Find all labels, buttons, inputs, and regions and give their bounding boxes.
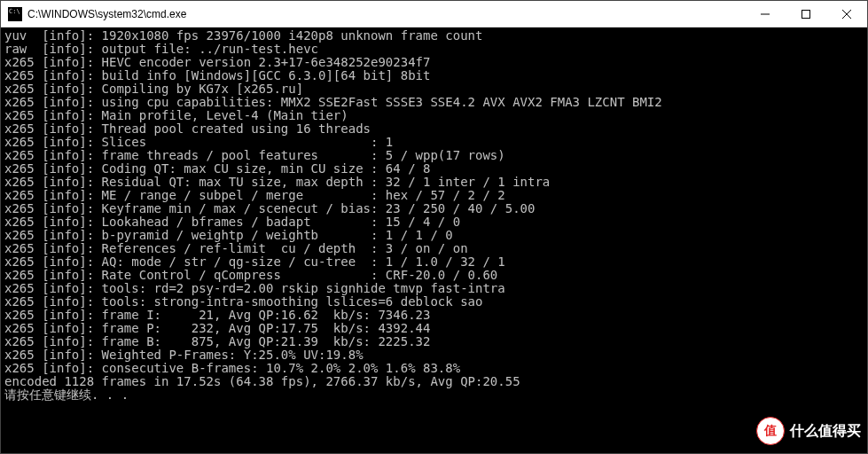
- console-line: x265 [info]: consecutive B-frames: 10.7%…: [4, 362, 864, 375]
- watermark-badge: 值: [756, 417, 785, 445]
- console-line: raw [info]: output file: ../run-test.hev…: [4, 43, 864, 56]
- console-line: yuv [info]: 1920x1080 fps 23976/1000 i42…: [4, 29, 864, 43]
- maximize-icon: [802, 10, 810, 19]
- console-line: x265 [info]: References / ref-limit cu /…: [4, 242, 864, 255]
- console-line: x265 [info]: Lookahead / bframes / badap…: [4, 215, 864, 229]
- console-line: x265 [info]: build info [Windows][GCC 6.…: [4, 69, 864, 82]
- cmd-icon: [8, 7, 22, 21]
- console-line: x265 [info]: frame threads / pool featur…: [4, 149, 864, 162]
- close-icon: [842, 10, 851, 19]
- console-line: x265 [info]: Main profile, Level-4 (Main…: [4, 109, 864, 122]
- svg-rect-0: [802, 10, 810, 18]
- console-line: encoded 1128 frames in 17.52s (64.38 fps…: [4, 375, 864, 388]
- close-button[interactable]: [826, 1, 867, 27]
- console-line: x265 [info]: tools: rd=2 psy-rd=2.00 rsk…: [4, 282, 864, 295]
- console-line: x265 [info]: Coding QT: max CU size, min…: [4, 162, 864, 176]
- console-line: x265 [info]: Thread pool created using 1…: [4, 122, 864, 136]
- console-line: x265 [info]: frame I: 21, Avg QP:16.62 k…: [4, 309, 864, 322]
- titlebar[interactable]: C:\WINDOWS\system32\cmd.exe: [1, 1, 867, 27]
- watermark-text: 什么值得买: [790, 422, 861, 441]
- console-line: x265 [info]: frame P: 232, Avg QP:17.75 …: [4, 322, 864, 335]
- console-line: x265 [info]: HEVC encoder version 2.3+17…: [4, 56, 864, 69]
- minimize-button[interactable]: [745, 1, 786, 27]
- console-line: x265 [info]: ME / range / subpel / merge…: [4, 189, 864, 202]
- console-line: x265 [info]: Compiling by KG7x [x265.ru]: [4, 82, 864, 96]
- console-line: x265 [info]: tools: strong-intra-smoothi…: [4, 295, 864, 309]
- console-line: x265 [info]: Rate Control / qCompress : …: [4, 269, 864, 282]
- console-line: x265 [info]: Weighted P-Frames: Y:25.0% …: [4, 348, 864, 362]
- console-line: x265 [info]: b-pyramid / weightp / weigh…: [4, 229, 864, 242]
- console-line: x265 [info]: Residual QT: max TU size, m…: [4, 176, 864, 189]
- window-controls: [745, 1, 867, 27]
- console-output: yuv [info]: 1920x1080 fps 23976/1000 i42…: [1, 27, 867, 453]
- watermark: 值 什么值得买: [756, 417, 861, 445]
- minimize-icon: [761, 10, 770, 19]
- maximize-button[interactable]: [786, 1, 826, 27]
- window-title: C:\WINDOWS\system32\cmd.exe: [27, 8, 745, 20]
- cmd-window: C:\WINDOWS\system32\cmd.exe yuv [info]: …: [0, 0, 868, 454]
- console-line: x265 [info]: AQ: mode / str / qg-size / …: [4, 255, 864, 269]
- console-line: x265 [info]: Slices : 1: [4, 136, 864, 149]
- console-line: x265 [info]: frame B: 875, Avg QP:21.39 …: [4, 335, 864, 348]
- console-line: 请按任意键继续. . .: [4, 388, 864, 402]
- console-line: x265 [info]: Keyframe min / max / scenec…: [4, 202, 864, 215]
- console-line: x265 [info]: using cpu capabilities: MMX…: [4, 96, 864, 109]
